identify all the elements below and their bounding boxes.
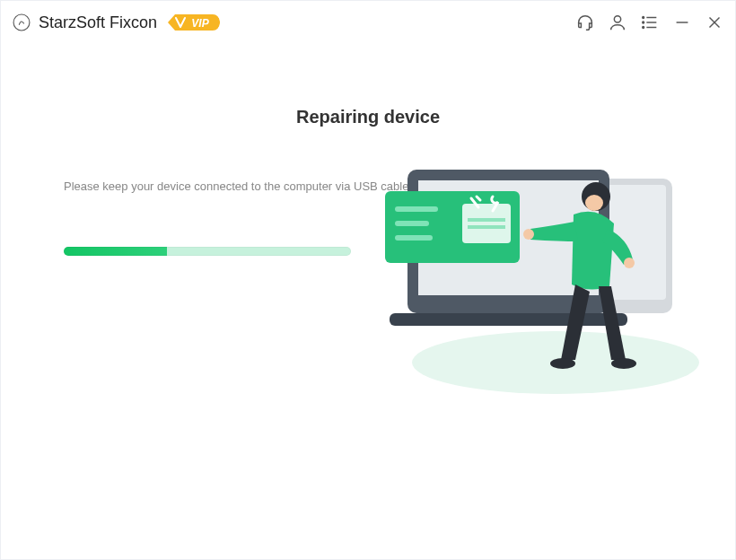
user-icon[interactable] (608, 13, 627, 32)
repair-illustration (376, 152, 708, 403)
svg-point-28 (624, 258, 635, 268)
svg-point-26 (585, 195, 603, 211)
svg-point-0 (13, 14, 30, 31)
progress-bar (64, 247, 351, 256)
vip-badge-icon: VIP (168, 13, 220, 32)
close-icon[interactable] (705, 13, 724, 32)
window-controls (575, 13, 724, 32)
svg-rect-23 (468, 218, 505, 222)
svg-rect-17 (390, 313, 627, 326)
svg-point-5 (643, 22, 644, 23)
app-logo-icon (12, 13, 31, 32)
svg-text:VIP: VIP (191, 17, 209, 30)
page-heading: Repairing device (64, 107, 672, 127)
svg-point-7 (643, 27, 644, 29)
minimize-icon[interactable] (672, 13, 692, 32)
svg-rect-24 (468, 225, 505, 229)
main-content: Repairing device Please keep your device… (1, 44, 735, 256)
list-icon[interactable] (640, 13, 660, 32)
svg-point-29 (550, 358, 575, 369)
title-bar: StarzSoft Fixcon VIP (1, 1, 735, 44)
app-title: StarzSoft Fixcon (39, 13, 157, 32)
svg-point-3 (643, 17, 644, 19)
headset-icon[interactable] (575, 13, 595, 32)
svg-point-27 (523, 229, 534, 240)
svg-rect-22 (462, 204, 511, 243)
svg-point-30 (611, 358, 636, 369)
svg-point-2 (614, 16, 620, 22)
